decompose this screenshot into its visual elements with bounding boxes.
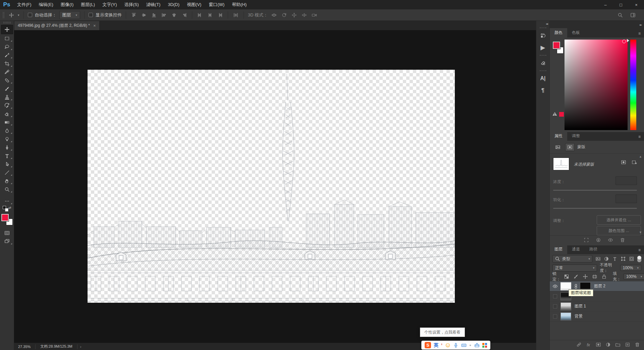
saturation-brightness-field[interactable] bbox=[565, 40, 628, 130]
filter-smart-objects-icon[interactable] bbox=[629, 256, 634, 261]
tab-adjustments[interactable]: 调整 bbox=[567, 131, 585, 141]
close-button[interactable]: × bbox=[629, 0, 644, 9]
move-tool-icon[interactable] bbox=[8, 11, 15, 19]
pixel-layer-properties-icon[interactable] bbox=[553, 143, 562, 151]
lasso-tool[interactable] bbox=[1, 43, 13, 51]
eyedropper-tool[interactable] bbox=[1, 68, 13, 76]
fill-dropdown[interactable]: 100% ▾ bbox=[624, 274, 644, 280]
lock-transparency-icon[interactable] bbox=[564, 274, 569, 279]
new-adjustment-layer-icon[interactable] bbox=[605, 342, 611, 348]
screen-mode-icon[interactable] bbox=[1, 237, 13, 245]
blur-tool[interactable] bbox=[1, 126, 13, 135]
density-value-box[interactable] bbox=[615, 176, 637, 185]
mask-link-icon[interactable] bbox=[573, 284, 579, 289]
type-tool[interactable] bbox=[1, 152, 13, 160]
lock-all-icon[interactable] bbox=[601, 274, 607, 279]
layer-style-fx-icon[interactable]: fx bbox=[586, 342, 591, 348]
path-selection-tool[interactable] bbox=[1, 160, 13, 168]
align-vertical-center-icon[interactable] bbox=[140, 11, 148, 19]
ime-skin-grid-icon[interactable] bbox=[482, 343, 487, 348]
auto-select-checkbox[interactable] bbox=[28, 13, 32, 17]
panel-menu-icon[interactable]: ≡ bbox=[635, 31, 644, 38]
auto-select-target-dropdown[interactable]: 图层 ▾ bbox=[59, 11, 80, 19]
disable-mask-icon[interactable] bbox=[608, 237, 613, 244]
zoom-level[interactable]: 27.35% bbox=[14, 345, 35, 349]
ime-more-icon[interactable]: ● bbox=[469, 343, 472, 347]
hue-slider[interactable] bbox=[630, 40, 636, 130]
tab-close-icon[interactable]: × bbox=[93, 23, 96, 28]
line-shape-tool[interactable] bbox=[1, 168, 13, 177]
move-tool[interactable] bbox=[1, 25, 13, 34]
layer-filter-type-dropdown[interactable]: 类型 ▾ bbox=[552, 255, 592, 262]
crop-tool[interactable] bbox=[1, 59, 13, 68]
tab-layers[interactable]: 图层 bbox=[550, 245, 567, 254]
align-horizontal-center-icon[interactable] bbox=[170, 11, 178, 19]
menu-3d[interactable]: 3D(D) bbox=[164, 0, 183, 9]
layer-thumbnail[interactable] bbox=[560, 282, 571, 290]
clone-stamp-tool[interactable] bbox=[1, 93, 13, 101]
blend-mode-dropdown[interactable]: 正常 ▾ bbox=[552, 265, 597, 272]
delete-mask-icon[interactable] bbox=[620, 237, 625, 244]
load-selection-icon[interactable] bbox=[584, 237, 589, 244]
collapse-dock-icon[interactable]: ▸▸ bbox=[550, 21, 644, 29]
pen-tool[interactable] bbox=[1, 143, 13, 152]
tab-channels[interactable]: 通道 bbox=[567, 245, 585, 254]
layer-comps-panel-icon[interactable] bbox=[537, 58, 549, 68]
character-panel-icon[interactable]: A| bbox=[537, 73, 549, 84]
keyboard-icon[interactable] bbox=[461, 343, 467, 348]
align-right-icon[interactable] bbox=[180, 11, 188, 19]
add-layer-mask-icon[interactable] bbox=[621, 160, 626, 166]
layer-row-4[interactable]: 背景 bbox=[550, 311, 644, 322]
dodge-tool[interactable] bbox=[1, 135, 13, 143]
history-brush-tool[interactable] bbox=[1, 101, 13, 110]
maximize-button[interactable]: □ bbox=[613, 0, 629, 9]
ime-toolbar[interactable]: S 英 ’ ● bbox=[421, 341, 490, 350]
foreground-background-swatch[interactable] bbox=[1, 214, 13, 225]
scroll-down-icon[interactable]: ▼ bbox=[639, 231, 642, 234]
layer-name[interactable]: 图层 2 bbox=[594, 283, 605, 289]
distribute-spacing-icon[interactable] bbox=[232, 11, 239, 19]
lock-pixels-icon[interactable] bbox=[573, 274, 579, 279]
gamut-closest-color-swatch[interactable] bbox=[559, 112, 564, 117]
zoom-tool[interactable] bbox=[1, 185, 13, 193]
layer-row-1[interactable]: 图层 2 bbox=[550, 281, 644, 291]
tab-paths[interactable]: 路径 bbox=[585, 245, 602, 254]
filter-shape-layers-icon[interactable] bbox=[621, 256, 626, 261]
menu-window[interactable]: 窗口(W) bbox=[205, 0, 228, 9]
ime-punctuation-icon[interactable]: ’ bbox=[441, 343, 442, 348]
apply-mask-icon[interactable] bbox=[596, 237, 601, 244]
visibility-eye-icon[interactable] bbox=[550, 284, 560, 289]
sogou-logo[interactable]: S bbox=[425, 342, 431, 348]
menu-type[interactable]: 文字(Y) bbox=[99, 0, 120, 9]
document-tab[interactable]: 4979496.jpg @ 27.4% (图层 2, RGB/8) * × bbox=[14, 21, 100, 30]
tab-color[interactable]: 颜色 bbox=[550, 28, 567, 38]
toolbox-icon[interactable] bbox=[474, 343, 480, 348]
tool-preset-caret-icon[interactable]: ▾ bbox=[18, 13, 19, 17]
panel-menu-icon[interactable]: ≡ bbox=[635, 134, 644, 141]
actions-panel-icon[interactable]: ▶ bbox=[537, 42, 549, 53]
menu-view[interactable]: 视图(V) bbox=[183, 0, 205, 9]
layer-thumbnail[interactable] bbox=[560, 312, 571, 320]
layer-name[interactable]: 背景 bbox=[575, 313, 583, 319]
status-options-chevron[interactable]: › bbox=[77, 345, 84, 349]
ime-language-toggle[interactable]: 英 bbox=[434, 342, 438, 348]
feather-value-box[interactable] bbox=[615, 194, 637, 203]
brush-tool[interactable] bbox=[1, 84, 13, 93]
tab-properties[interactable]: 属性 bbox=[550, 131, 567, 141]
workspace-switcher-icon[interactable] bbox=[629, 11, 637, 19]
distribute-right-icon[interactable] bbox=[216, 11, 224, 19]
panel-menu-icon[interactable]: ≡ bbox=[635, 248, 644, 254]
quick-mask-mode-icon[interactable] bbox=[1, 229, 13, 237]
feather-slider[interactable] bbox=[553, 208, 637, 209]
filter-type-layers-icon[interactable] bbox=[612, 256, 618, 261]
layer-row-3[interactable]: 图层 1 bbox=[550, 301, 644, 311]
3d-roll-icon[interactable] bbox=[280, 11, 288, 19]
menu-edit[interactable]: 编辑(E) bbox=[35, 0, 57, 9]
document-canvas[interactable] bbox=[88, 70, 455, 303]
minimize-button[interactable]: – bbox=[598, 0, 613, 9]
visibility-checkbox[interactable] bbox=[553, 294, 557, 298]
healing-brush-tool[interactable] bbox=[1, 76, 13, 84]
gradient-tool[interactable] bbox=[1, 118, 13, 126]
show-transform-checkbox[interactable] bbox=[89, 13, 93, 17]
filter-adjustment-layers-icon[interactable] bbox=[604, 256, 609, 261]
